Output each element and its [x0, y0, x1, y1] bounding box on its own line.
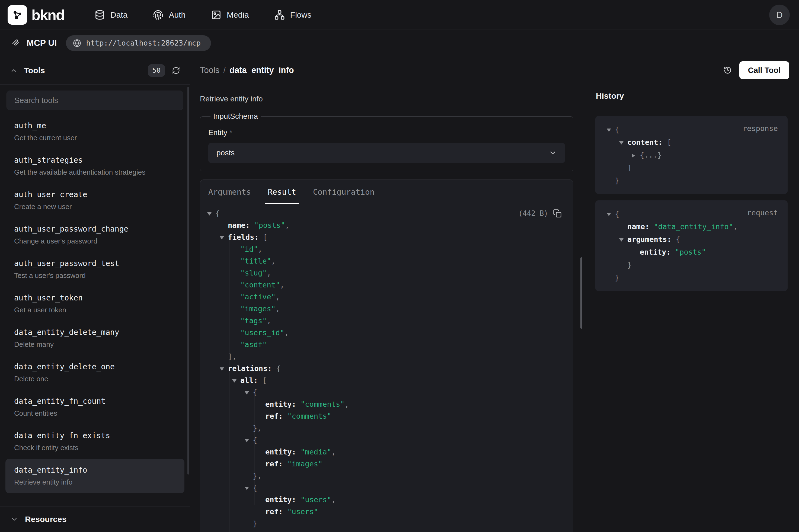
collapse-triangle-icon[interactable]: [245, 434, 253, 446]
entity-field-label: Entity*: [208, 128, 565, 137]
tool-name: auth_user_password_change: [14, 225, 176, 233]
nav-item-media[interactable]: Media: [211, 10, 249, 20]
json-line: content: [: [605, 136, 778, 149]
server-url: http://localhost:28623/mcp: [86, 39, 201, 47]
collapse-triangle-icon[interactable]: [607, 123, 615, 136]
json-line: {(442 B): [200, 207, 573, 220]
json-line: },: [200, 422, 573, 434]
tab-configuration[interactable]: Configuration: [313, 180, 375, 204]
history-title: History: [596, 91, 624, 100]
breadcrumb-section[interactable]: Tools: [200, 65, 220, 75]
json-line: }: [200, 518, 573, 530]
json-line: "users_id",: [200, 327, 573, 339]
result-json-viewer: {(442 B)name: "posts",fields: ["id","tit…: [200, 204, 573, 530]
tool-list-item[interactable]: auth_user_password_test Test a user's pa…: [5, 252, 185, 287]
sidebar-scrollbar[interactable]: [187, 87, 189, 475]
tool-list: auth_me Get the current userauth_strateg…: [0, 114, 190, 506]
tools-section-header[interactable]: Tools 50: [0, 56, 190, 84]
top-nav: bknd DataAuthMediaFlows D: [0, 0, 799, 30]
json-line: all: [: [200, 375, 573, 386]
tab-arguments[interactable]: Arguments: [208, 180, 251, 204]
tool-list-item[interactable]: data_entity_fn_exists Check if entity ex…: [5, 424, 185, 459]
tool-list-item[interactable]: auth_user_password_change Change a user'…: [5, 218, 185, 252]
tool-list-item[interactable]: auth_strategies Get the available authen…: [5, 149, 185, 183]
tool-description: Retrieve entity info: [14, 478, 176, 487]
fingerprint-icon: [153, 10, 163, 20]
json-line: name: "data_entity_info",: [605, 220, 778, 233]
tool-description: Get the current user: [14, 134, 176, 142]
nav-item-label: Media: [227, 10, 249, 20]
server-url-pill[interactable]: http://localhost:28623/mcp: [66, 35, 211, 51]
json-line: relations: {: [200, 363, 573, 375]
json-line: name: "posts",: [200, 220, 573, 231]
nav-item-data[interactable]: Data: [95, 10, 128, 20]
json-line: "tags",: [200, 315, 573, 327]
collapse-triangle-icon[interactable]: [245, 482, 253, 494]
tool-list-item[interactable]: data_entity_fn_count Count entities: [5, 390, 185, 424]
json-line: {: [605, 123, 778, 136]
tool-list-item[interactable]: auth_user_token Get a user token: [5, 287, 185, 321]
chevron-down-icon[interactable]: [10, 515, 18, 523]
json-line: "content",: [200, 279, 573, 291]
collapse-triangle-icon[interactable]: [207, 207, 215, 220]
resources-section-header[interactable]: Resources: [0, 506, 190, 532]
collapse-triangle-icon[interactable]: [245, 386, 253, 398]
tab-row: ArgumentsResultConfiguration: [200, 180, 573, 204]
globe-icon: [73, 39, 81, 48]
refresh-icon[interactable]: [172, 66, 180, 75]
collapse-triangle-icon[interactable]: [619, 136, 627, 149]
size-badge: (442 B): [518, 207, 548, 220]
copy-icon[interactable]: [553, 209, 562, 218]
collapse-triangle-icon[interactable]: [220, 231, 228, 243]
history-header: History: [584, 84, 799, 108]
tool-list-item[interactable]: data_entity_delete_one Delete one: [5, 356, 185, 390]
collapse-triangle-icon[interactable]: [220, 363, 228, 375]
database-icon: [95, 10, 105, 20]
tool-description: Delete one: [14, 375, 176, 383]
entity-select[interactable]: posts: [208, 143, 565, 163]
call-tool-button[interactable]: Call Tool: [739, 61, 789, 79]
nav-item-auth[interactable]: Auth: [153, 10, 186, 20]
json-line: ]: [605, 162, 778, 174]
workflow-icon: [274, 10, 285, 20]
json-line: entity: "posts": [605, 246, 778, 259]
history-card-response[interactable]: response{content: [{...}]}: [595, 116, 787, 194]
json-line: {: [200, 434, 573, 446]
search-tools-input[interactable]: [6, 91, 183, 110]
user-avatar[interactable]: D: [769, 5, 790, 25]
history-cards: response{content: [{...}]}request{name: …: [584, 108, 799, 299]
tools-sidebar: Tools 50 auth_me Get the current useraut…: [0, 56, 190, 532]
chevron-up-icon[interactable]: [10, 67, 18, 74]
tool-description: Test a user's password: [14, 271, 176, 280]
tool-list-item[interactable]: auth_me Get the current user: [5, 114, 185, 149]
tool-list-item[interactable]: data_entity_info Retrieve entity info: [5, 459, 185, 493]
tool-name: data_entity_fn_exists: [14, 431, 176, 440]
tool-list-item[interactable]: auth_user_create Create a new user: [5, 183, 185, 218]
input-schema-fieldset: InputSchema Entity* posts: [200, 112, 573, 171]
main-scrollbar[interactable]: [581, 257, 582, 329]
tool-name: data_entity_delete_one: [14, 362, 176, 371]
json-line: }: [605, 259, 778, 271]
main-header: Tools / data_entity_info Call Tool: [190, 56, 799, 84]
json-line: entity: "media",: [200, 446, 573, 458]
result-panel: ArgumentsResultConfiguration {(442 B)nam…: [200, 179, 573, 532]
json-line: {...}: [605, 149, 778, 162]
tool-detail-panel: Retrieve entity info InputSchema Entity*…: [190, 84, 584, 532]
tab-result[interactable]: Result: [268, 180, 296, 204]
bknd-logo-icon[interactable]: [7, 5, 27, 25]
json-line: entity: "users",: [200, 494, 573, 506]
expand-triangle-icon[interactable]: [632, 149, 640, 162]
collapse-triangle-icon[interactable]: [607, 207, 615, 220]
json-line: "id",: [200, 243, 573, 255]
mcp-bar: MCP UI http://localhost:28623/mcp: [0, 30, 799, 56]
tool-list-item[interactable]: data_entity_delete_many Delete many: [5, 321, 185, 356]
json-line: arguments: {: [605, 233, 778, 246]
json-line: ],: [200, 350, 573, 363]
json-line: fields: [: [200, 231, 573, 243]
history-card-request[interactable]: request{name: "data_entity_info",argumen…: [595, 201, 787, 291]
collapse-triangle-icon[interactable]: [619, 233, 627, 246]
nav-item-label: Data: [110, 10, 128, 20]
history-icon[interactable]: [724, 65, 732, 75]
collapse-triangle-icon[interactable]: [232, 375, 240, 386]
nav-item-flows[interactable]: Flows: [274, 10, 311, 20]
